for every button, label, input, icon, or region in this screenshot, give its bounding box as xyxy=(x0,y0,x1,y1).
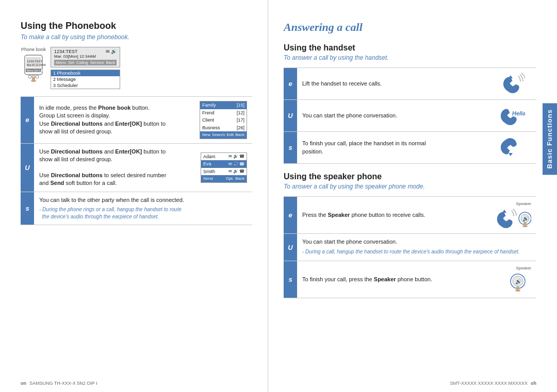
step-row-u: U Use Directional buttons and Enter[OK] … xyxy=(21,143,252,192)
speaker-badge-e: e xyxy=(284,197,297,233)
speaker-step-u: U You can start the phone conversation. … xyxy=(284,233,536,261)
contact-list-1: Family[15] Frend[12] Client[17] Busness[… xyxy=(200,101,247,139)
phonebook-steps: e In idle mode, press the Phone book but… xyxy=(21,96,252,225)
step-content-e: In idle mode, press the Phone book butto… xyxy=(34,97,252,143)
screen-row-1: 1234:TEST ✉ 🔊 xyxy=(54,49,117,54)
speaker-section: Using the speaker phone To answer a call… xyxy=(284,172,536,298)
handset-badge-e: e xyxy=(284,68,297,99)
speaker-content-s: To finish your call, press the Speaker p… xyxy=(297,261,536,298)
phonebook-demo: Phone book 1234:TEST Mar.03 12:34AM Menu… xyxy=(21,47,252,89)
speaker-ringing-icon: Speaker 🔊 xyxy=(495,201,531,229)
phone-hello-icon: Hella xyxy=(490,104,531,127)
speaker-u-note: - During a call, hangup the handset to r… xyxy=(302,248,520,255)
handset-step-u: U You can start the phone conversation. … xyxy=(284,99,536,131)
svg-rect-10 xyxy=(32,77,35,82)
svg-text:Mar.03 12:34AM: Mar.03 12:34AM xyxy=(27,63,46,66)
contact-list-2: Adam✉ 🔊 ☎ Eva✉ 🔊 ☎ Smith✉ 🔊 ☎ Send xyxy=(201,152,247,183)
svg-marker-13 xyxy=(509,153,513,156)
side-tab: Basic Functions xyxy=(543,103,557,175)
handset-content-e: Lift the handset to receive calls. xyxy=(297,68,536,99)
svg-text:Menu Set Call Svc: Menu Set Call Svc xyxy=(27,69,46,72)
step-badge-u: U xyxy=(21,144,34,192)
handset-step-e: e Lift the handset to receive calls. xyxy=(284,67,536,99)
svg-point-6 xyxy=(28,75,31,78)
step-badge-s: s xyxy=(21,192,34,225)
speaker-step-s: s To finish your call, press the Speaker… xyxy=(284,261,536,298)
svg-text:🔊: 🔊 xyxy=(515,278,522,285)
step-badge-e: e xyxy=(21,97,34,143)
speaker-content-u: You can start the phone conversation. - … xyxy=(297,234,536,261)
right-panel: Basic Functions Answering a call Using t… xyxy=(268,0,557,392)
svg-text:Hella: Hella xyxy=(512,110,525,116)
svg-point-8 xyxy=(36,75,39,78)
speaker-content-e: Press the Speaker phone button to receiv… xyxy=(297,197,536,233)
svg-marker-19 xyxy=(502,210,506,213)
dropdown-item-2: 2 Message xyxy=(51,76,120,82)
phone-hangup-icon xyxy=(490,136,531,159)
speaker-badge-s: s xyxy=(284,261,297,298)
svg-marker-11 xyxy=(509,75,513,78)
svg-rect-24 xyxy=(516,286,519,292)
svg-rect-18 xyxy=(523,222,527,227)
menu-bar: Menu Set Callog Service Back xyxy=(54,60,117,65)
step-content-u: Use Directional buttons and Enter[OK] bu… xyxy=(34,144,252,192)
speaker-subtitle: To answer a call by using the speaker ph… xyxy=(284,183,536,190)
phone-ringing-icon xyxy=(490,72,531,95)
page: Using the Phonebook To make a call by us… xyxy=(0,0,557,392)
svg-text:1234:TEST: 1234:TEST xyxy=(27,60,43,63)
handset-badge-u: U xyxy=(284,100,297,131)
handset-section: Using the handset To answer a call by us… xyxy=(284,43,536,164)
step-row-e: e In idle mode, press the Phone book but… xyxy=(21,96,252,143)
step-content-s: You can talk to the other party when the… xyxy=(34,192,252,225)
main-screen: 1234:TEST ✉ 🔊 Mar. 03[Mon] 12:34AM Menu … xyxy=(51,47,120,67)
phonebook-dropdown: 1 Phonebook 2 Message 3 Scheduler xyxy=(51,70,120,89)
speaker-button-icon: Speaker 🔊 xyxy=(504,265,531,294)
speaker-step-e: e Press the Speaker phone button to rece… xyxy=(284,196,536,233)
handset-badge-s: s xyxy=(284,132,297,163)
footer-left: on SAMSUNG TH-XXX-X 5N2 OIP I xyxy=(21,381,97,386)
phone-book-device: Phone book 1234:TEST Mar.03 12:34AM Menu… xyxy=(21,47,46,82)
handset-step-s: s To finish your call, place the handset… xyxy=(284,131,536,164)
handset-title: Using the handset xyxy=(284,43,536,53)
handset-content-u: You can start the phone conversation. He… xyxy=(297,100,536,131)
step-row-s: s You can talk to the other party when t… xyxy=(21,192,252,225)
handset-subtitle: To answer a call by using the handset. xyxy=(284,54,536,61)
answering-title: Answering a call xyxy=(284,21,536,34)
svg-text:🔊: 🔊 xyxy=(522,215,529,222)
left-section-title: Using the Phonebook xyxy=(21,21,252,31)
left-subtitle: To make a call by using the phonebook. xyxy=(21,33,252,41)
dropdown-item-1: 1 Phonebook xyxy=(51,70,120,76)
speaker-badge-u: U xyxy=(284,234,297,261)
footer-right: SMT-XXXXX XXXXX XXXX MXXXXX oh xyxy=(450,381,536,386)
phonebook-label: Phone book xyxy=(21,47,46,52)
screen-displays: 1234:TEST ✉ 🔊 Mar. 03[Mon] 12:34AM Menu … xyxy=(51,47,120,89)
left-panel: Using the Phonebook To make a call by us… xyxy=(0,0,268,392)
dropdown-item-3: 3 Scheduler xyxy=(51,82,120,89)
step-s-note: - During the phone rings or a call, hang… xyxy=(39,206,182,220)
hand-press-icon: 1234:TEST Mar.03 12:34AM Menu Set Call S… xyxy=(21,54,46,82)
handset-content-s: To finish your call, place the handset i… xyxy=(297,132,536,163)
speaker-title: Using the speaker phone xyxy=(284,172,536,181)
